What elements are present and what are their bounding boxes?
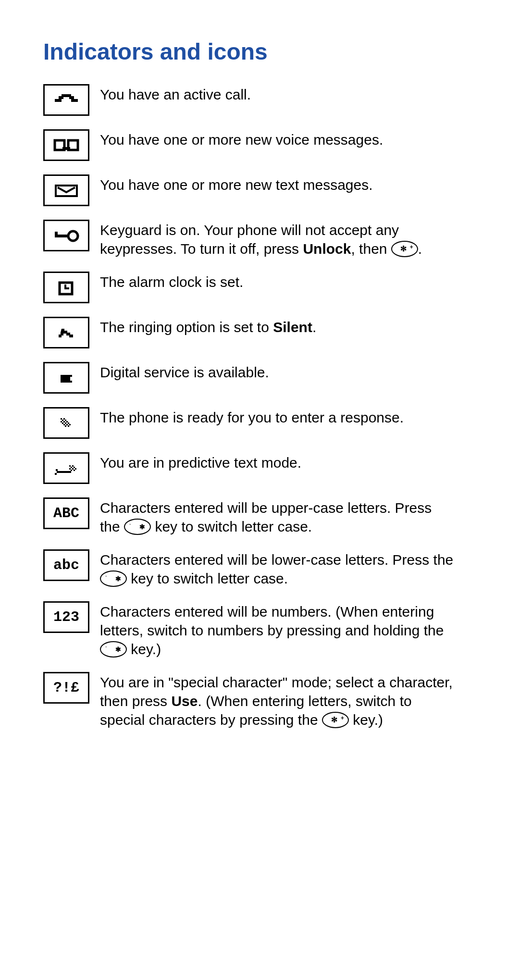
indicator-description: Keyguard is on. Your phone will not acce…: [100, 220, 456, 258]
indicator-description: You have one or more new voice messages.: [100, 129, 383, 149]
indicator-description: You are in predictive text mode.: [100, 452, 301, 472]
indicator-row: Keyguard is on. Your phone will not acce…: [43, 220, 476, 258]
indicator-description: Characters entered will be upper-case le…: [100, 497, 456, 536]
indicator-description: The alarm clock is set.: [100, 272, 243, 291]
hash-key-icon: [100, 641, 127, 657]
special-char-icon: ?!£: [43, 672, 89, 704]
indicator-row: You have an active call.: [43, 84, 476, 116]
indicator-row: 123Characters entered will be numbers. (…: [43, 601, 476, 658]
uppercase-icon: ABC: [43, 497, 89, 529]
predictive-text-icon: [43, 452, 89, 484]
indicator-row: Digital service is available.: [43, 362, 476, 394]
indicator-row: abcCharacters entered will be lower-case…: [43, 549, 476, 588]
indicator-description: You have an active call.: [100, 84, 251, 104]
keyguard-icon: [43, 220, 89, 251]
indicator-description: Digital service is available.: [100, 362, 269, 382]
hash-key-icon: [124, 519, 151, 535]
page-title: Indicators and icons: [43, 38, 476, 65]
alarm-icon: [43, 272, 89, 303]
indicator-row: You have one or more new text messages.: [43, 174, 476, 206]
hash-key-icon: [100, 571, 127, 587]
digital-service-icon: [43, 362, 89, 394]
star-key-icon: [322, 712, 349, 728]
indicator-list: You have an active call.You have one or …: [43, 84, 476, 729]
indicator-description: You have one or more new text messages.: [100, 174, 373, 194]
lowercase-icon: abc: [43, 549, 89, 581]
indicator-row: You are in predictive text mode.: [43, 452, 476, 484]
indicator-description: The phone is ready for you to enter a re…: [100, 407, 404, 427]
indicator-row: ?!£You are in "special character" mode; …: [43, 672, 476, 729]
indicator-row: The ringing option is set to Silent.: [43, 317, 476, 348]
numbers-icon: 123: [43, 601, 89, 633]
indicator-row: The alarm clock is set.: [43, 272, 476, 303]
indicator-description: Characters entered will be lower-case le…: [100, 549, 456, 588]
indicator-row: ABCCharacters entered will be upper-case…: [43, 497, 476, 536]
manual-page: Indicators and icons You have an active …: [0, 0, 519, 729]
star-key-icon: [391, 241, 418, 257]
response-icon: [43, 407, 89, 439]
active-call-icon: [43, 84, 89, 116]
indicator-row: The phone is ready for you to enter a re…: [43, 407, 476, 439]
indicator-description: The ringing option is set to Silent.: [100, 317, 316, 336]
indicator-description: You are in "special character" mode; sel…: [100, 672, 456, 729]
silent-icon: [43, 317, 89, 348]
indicator-row: You have one or more new voice messages.: [43, 129, 476, 161]
indicator-description: Characters entered will be numbers. (Whe…: [100, 601, 456, 658]
voicemail-icon: [43, 129, 89, 161]
text-message-icon: [43, 174, 89, 206]
